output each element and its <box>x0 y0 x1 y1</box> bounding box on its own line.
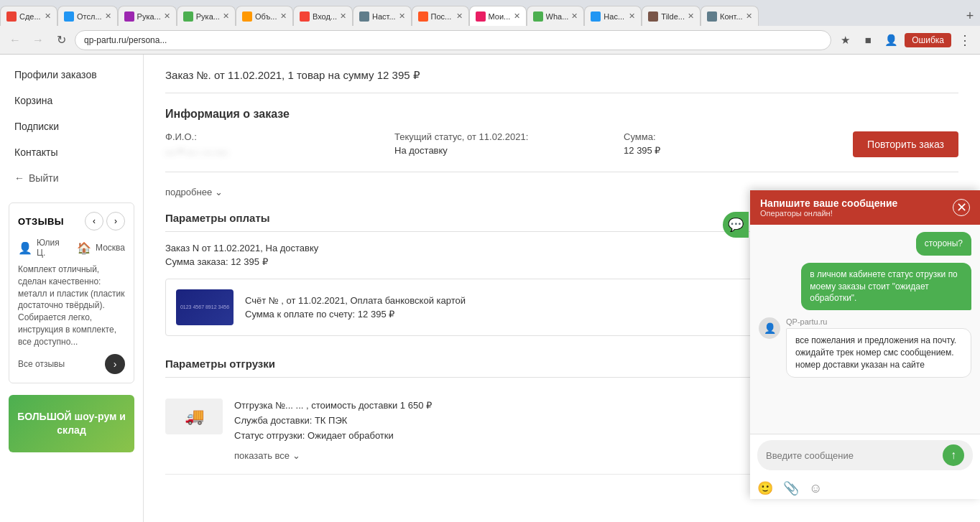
sum-label: Сумма: <box>624 131 831 142</box>
tab-close-8[interactable]: ✕ <box>514 11 520 21</box>
chat-toolbar: 🙂 📎 ☺ <box>750 476 980 499</box>
all-reviews-circle-button[interactable]: › <box>105 354 125 374</box>
chat-messages: стороны? в личном кабинете статус отрузк… <box>750 225 980 434</box>
browser-tab-10[interactable]: Нас... ✕ <box>584 6 642 26</box>
chat-message-system-row: 👤 QP-partu.ru все пожелания и предложени… <box>759 317 971 377</box>
tab-label-10: Нас... <box>604 12 626 21</box>
new-tab-button[interactable]: + <box>960 6 980 26</box>
reviews-title: ОТЗЫВЫ <box>18 216 64 227</box>
repeat-order-button[interactable]: Повторить заказ <box>853 131 958 157</box>
tab-favicon-12 <box>707 11 717 22</box>
sidebar-item-contacts[interactable]: Контакты <box>0 139 143 165</box>
sidebar-item-profiles[interactable]: Профили заказов <box>0 62 143 88</box>
tab-label-2: Рука... <box>137 12 161 21</box>
info-row: Ф.И.О.: .... – .... . ... ..... Текущий … <box>165 131 958 157</box>
tab-close-7[interactable]: ✕ <box>456 11 463 21</box>
browser-tab-11[interactable]: Tilde... ✕ <box>642 6 701 26</box>
info-section: Информация о заказе Ф.И.О.: .... – .... … <box>165 108 958 172</box>
tab-close-10[interactable]: ✕ <box>629 11 635 21</box>
tab-favicon-9 <box>533 11 543 22</box>
sidebar-item-subscriptions[interactable]: Подписки <box>0 113 143 139</box>
reviews-next-button[interactable]: › <box>106 212 125 230</box>
chat-message-user-1: стороны? <box>916 232 971 256</box>
chat-side-button[interactable]: 💬 <box>723 212 749 238</box>
browser-tab-1[interactable]: Отсл... ✕ <box>57 6 118 26</box>
tab-close-5[interactable]: ✕ <box>340 11 346 21</box>
chat-input[interactable] <box>766 450 937 461</box>
browser-tab-12[interactable]: Конт... ✕ <box>701 6 759 26</box>
tab-close-4[interactable]: ✕ <box>280 11 287 21</box>
chat-header: Напишите ваше сообщение Операторы онлайн… <box>750 190 980 225</box>
browser-tab-4[interactable]: Объ... ✕ <box>236 6 293 26</box>
info-section-title: Информация о заказе <box>165 108 958 121</box>
chat-message-user-2: в личном кабинете статус отрузки по моем… <box>801 263 971 310</box>
show-all-label: показать все <box>234 449 290 464</box>
tab-close-6[interactable]: ✕ <box>399 11 405 21</box>
tab-close-3[interactable]: ✕ <box>223 11 229 21</box>
emoji-button[interactable]: 🙂 <box>757 480 773 496</box>
tab-label-5: Вход... <box>313 12 337 21</box>
invoice-sum-value: 12 395 ₽ <box>358 309 394 320</box>
browser-tab-7[interactable]: Пос... ✕ <box>412 6 469 26</box>
back-button[interactable]: ← <box>6 31 24 50</box>
chat-send-button[interactable]: ↑ <box>943 444 964 466</box>
chat-title: Напишите ваше сообщение <box>760 197 897 209</box>
payment-sum-value: 12 395 ₽ <box>231 256 267 267</box>
logout-arrow-icon: ← <box>14 172 24 184</box>
browser-tab-0[interactable]: Сде... ✕ <box>0 6 57 26</box>
forward-button[interactable]: → <box>29 31 47 50</box>
sidebar-item-cart[interactable]: Корзина <box>0 88 143 113</box>
browser-tab-2[interactable]: Рука... ✕ <box>118 6 177 26</box>
tab-favicon-5 <box>300 11 310 22</box>
chat-close-button[interactable]: ✕ <box>953 199 970 216</box>
home-icon: 🏠 <box>77 241 91 255</box>
chat-header-content: Напишите ваше сообщение Операторы онлайн… <box>760 197 897 218</box>
browser-chrome: Сде... ✕ Отсл... ✕ Рука... ✕ Рука... ✕ О… <box>0 0 980 55</box>
refresh-button[interactable]: ↻ <box>52 31 70 50</box>
tab-favicon-8 <box>476 11 486 22</box>
tab-close-2[interactable]: ✕ <box>164 11 170 21</box>
all-reviews-row[interactable]: Все отзывы › <box>18 354 125 374</box>
browser-tab-3[interactable]: Рука... ✕ <box>177 6 236 26</box>
browser-tabs: Сде... ✕ Отсл... ✕ Рука... ✕ Рука... ✕ О… <box>0 0 980 26</box>
tab-favicon-10 <box>591 11 601 22</box>
sidebar-item-logout[interactable]: ← Выйти <box>0 165 143 191</box>
error-button[interactable]: Ошибка <box>905 33 951 47</box>
browser-tab-9[interactable]: Wha... ✕ <box>527 6 585 26</box>
info-status-col: Текущий статус, от 11.02.2021: На достав… <box>394 131 602 156</box>
review-text: Комплект отличный, сделан качественно: м… <box>18 264 125 348</box>
system-avatar: 👤 <box>759 317 780 339</box>
bookmark-button[interactable]: ★ <box>836 31 854 50</box>
tab-label-4: Объ... <box>255 12 277 21</box>
tab-close-1[interactable]: ✕ <box>105 11 111 21</box>
reviews-nav: ‹ › <box>85 212 125 230</box>
tab-close-12[interactable]: ✕ <box>746 11 752 21</box>
tab-label-0: Сде... <box>19 12 42 21</box>
tab-favicon-6 <box>359 11 369 22</box>
tab-label-6: Наст... <box>372 12 396 21</box>
attach-button[interactable]: 📎 <box>783 480 799 496</box>
address-bar[interactable] <box>75 30 831 50</box>
browser-tab-8[interactable]: Мои... ✕ <box>469 6 527 26</box>
reviews-header: ОТЗЫВЫ ‹ › <box>18 212 125 230</box>
extensions-button[interactable]: ■ <box>859 31 877 50</box>
payment-sum-label: Сумма заказа: <box>165 256 228 267</box>
delivery-label: Служба доставки: <box>234 415 312 426</box>
tab-favicon-3 <box>183 11 193 22</box>
invoice-sum-label: Сумма к оплате по счету: <box>245 309 355 320</box>
profile-button[interactable]: 👤 <box>882 31 900 50</box>
browser-tab-5[interactable]: Вход... ✕ <box>293 6 353 26</box>
smiley-button[interactable]: ☺ <box>809 481 822 496</box>
tab-label-1: Отсл... <box>77 12 102 21</box>
chevron-down-icon: ⌄ <box>215 187 223 197</box>
tab-close-11[interactable]: ✕ <box>688 11 694 21</box>
user-icon: 👤 <box>18 241 32 255</box>
menu-button[interactable]: ⋮ <box>956 31 974 50</box>
tab-label-11: Tilde... <box>661 12 685 21</box>
browser-tab-6[interactable]: Наст... ✕ <box>353 6 412 26</box>
tab-close-9[interactable]: ✕ <box>571 11 578 21</box>
reviewer-name: Юлия Ц. <box>37 238 70 258</box>
reviews-prev-button[interactable]: ‹ <box>85 212 103 230</box>
tab-close-0[interactable]: ✕ <box>45 11 51 21</box>
system-message-content: QP-partu.ru все пожелания и предложения … <box>786 317 971 377</box>
